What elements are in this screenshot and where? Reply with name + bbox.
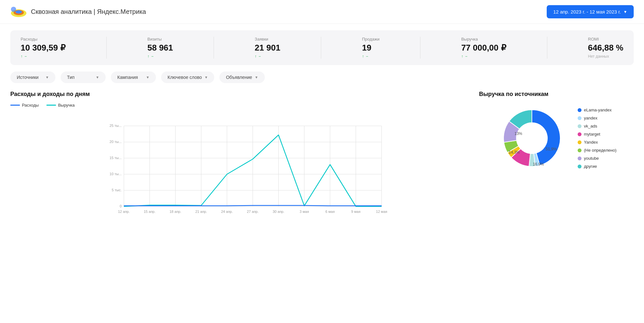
stat-label-prodazhi: Продажи	[362, 37, 380, 42]
arrow-down-icon-3[interactable]: −	[259, 54, 261, 59]
stat-controls-raskhody: ↑ −	[21, 54, 27, 59]
legend-dot-mytarget	[578, 132, 582, 136]
stat-label-raskhody: Расходы	[21, 37, 37, 42]
line-chart-svg: 0 5 тыс. 10 ты... 15 ты... 20 ты... 25 т…	[10, 111, 479, 214]
arrow-down-icon-4[interactable]: −	[366, 54, 368, 59]
stat-controls-vyruchka: ↑ −	[461, 54, 467, 59]
svg-text:25 ты...: 25 ты...	[110, 124, 121, 128]
svg-text:18 апр.: 18 апр.	[169, 210, 181, 214]
stat-zayavki: Заявки 21 901 ↑ −	[255, 37, 281, 59]
arrow-up-icon-4[interactable]: ↑	[362, 54, 364, 59]
arrow-up-icon-5[interactable]: ↑	[461, 54, 463, 59]
svg-text:21 апр.: 21 апр.	[195, 210, 207, 214]
arrow-down-icon[interactable]: −	[24, 54, 27, 59]
stat-controls-prodazhi: ↑ −	[362, 54, 368, 59]
legend-label-others: другие	[584, 164, 597, 169]
legend-label-vyruchka: Выручка	[58, 103, 75, 108]
legend-dot-undefined	[578, 148, 582, 152]
header: Сквозная аналитика | Яндекс.Метрика 12 а…	[0, 0, 644, 24]
stat-sub-romi: Нет данных	[588, 54, 609, 59]
filter-type[interactable]: Тип ▼	[61, 71, 106, 83]
svg-text:13%: 13%	[514, 131, 522, 136]
svg-text:16,9%: 16,9%	[533, 162, 544, 166]
legend-vyruchka: Выручка	[46, 103, 75, 108]
svg-point-4	[12, 7, 14, 10]
date-range-label: 12 апр. 2023 г. - 12 мая 2023 г.	[553, 9, 621, 14]
stat-value-prodazhi: 19	[362, 43, 371, 53]
legend-label-yandex2: Yandex	[584, 140, 598, 145]
stat-label-zayavki: Заявки	[255, 37, 268, 42]
legend-item-vk: vk_ads	[578, 124, 617, 128]
legend-line-raskhody	[10, 105, 20, 106]
stat-controls-vizity: ↑ −	[147, 54, 153, 59]
filter-campaign[interactable]: Кампания ▼	[111, 71, 156, 83]
stat-value-romi: 646,88 %	[588, 43, 623, 53]
arrow-up-icon-3[interactable]: ↑	[255, 54, 257, 59]
filter-type-arrow: ▼	[96, 75, 99, 79]
svg-point-2	[15, 10, 22, 14]
charts-area: Расходы и доходы по дням Расходы Выручка…	[0, 91, 644, 215]
legend-dot-yandex	[578, 116, 582, 120]
legend-dot-elama	[578, 108, 582, 112]
legend-raskhody: Расходы	[10, 103, 39, 108]
stat-divider-4	[420, 37, 420, 59]
donut-svg: 13% 14,3% 51,9% 16,9%	[496, 103, 567, 174]
legend-dot-others	[578, 165, 582, 168]
svg-text:27 апр.: 27 апр.	[247, 210, 259, 214]
svg-text:12 апр.: 12 апр.	[118, 210, 130, 214]
stat-divider-5	[547, 37, 547, 59]
arrow-down-icon-2[interactable]: −	[151, 54, 153, 59]
legend-label-mytarget: mytarget	[584, 132, 601, 137]
legend-item-yandex2: Yandex	[578, 140, 617, 145]
legend-line-vyruchka	[46, 105, 56, 106]
svg-text:12 мая: 12 мая	[376, 210, 387, 214]
logo-area: Сквозная аналитика | Яндекс.Метрика	[10, 6, 146, 18]
date-range-button[interactable]: 12 апр. 2023 г. - 12 мая 2023 г. ▼	[547, 5, 634, 18]
stat-raskhody: Расходы 10 309,59 ₽ ↑ −	[21, 37, 66, 59]
stat-divider-3	[321, 37, 321, 59]
legend-dot-yandex2	[578, 140, 582, 144]
stat-value-raskhody: 10 309,59 ₽	[21, 43, 66, 53]
donut-chart-section: Выручка по источникам 13% 14,3% 51,9% 16…	[479, 91, 634, 215]
legend-item-undefined: (Не определено)	[578, 148, 617, 153]
romi-logo-icon	[10, 6, 27, 18]
line-chart-section: Расходы и доходы по дням Расходы Выручка…	[10, 91, 479, 215]
legend-label-yandex: yandex	[584, 116, 598, 120]
filter-ad-arrow: ▼	[255, 75, 258, 79]
legend-item-youtube: youtube	[578, 156, 617, 161]
filters-bar: Источники ▼ Тип ▼ Кампания ▼ Ключевое сл…	[0, 71, 644, 83]
filter-ad-label: Объявление	[226, 75, 252, 80]
svg-text:14,3%: 14,3%	[509, 150, 520, 155]
stat-label-vizity: Визиты	[147, 37, 161, 42]
filter-campaign-label: Кампания	[117, 75, 138, 80]
line-chart-title: Расходы и доходы по дням	[10, 91, 479, 98]
filter-sources-arrow: ▼	[45, 75, 49, 79]
legend-item-others: другие	[578, 164, 617, 169]
svg-text:51,9%: 51,9%	[546, 147, 557, 151]
arrow-up-icon-2[interactable]: ↑	[147, 54, 149, 59]
legend-label-undefined: (Не определено)	[584, 148, 617, 153]
stat-value-zayavki: 21 901	[255, 43, 281, 53]
svg-text:6 мая: 6 мая	[325, 210, 335, 214]
arrow-up-icon[interactable]: ↑	[21, 54, 23, 59]
filter-type-label: Тип	[67, 75, 74, 80]
legend-label-vk: vk_ads	[584, 124, 597, 128]
legend-item-yandex: yandex	[578, 116, 617, 120]
arrow-down-icon-5[interactable]: −	[465, 54, 467, 59]
legend-label-raskhody: Расходы	[22, 103, 39, 108]
stat-vizity: Визиты 58 961 ↑ −	[147, 37, 173, 59]
filter-keyword-arrow: ▼	[205, 75, 208, 79]
chevron-down-icon: ▼	[623, 10, 627, 14]
donut-segments	[504, 110, 560, 166]
filter-ad[interactable]: Объявление ▼	[219, 71, 264, 83]
svg-text:5 тыс.: 5 тыс.	[112, 188, 122, 192]
stat-controls-zayavki: ↑ −	[255, 54, 261, 59]
svg-text:24 апр.: 24 апр.	[221, 210, 233, 214]
donut-wrap: 13% 14,3% 51,9% 16,9% eLama-yandex yande…	[479, 103, 634, 174]
filter-keyword[interactable]: Ключевое слово ▼	[161, 71, 214, 83]
donut-legend: eLama-yandex yandex vk_ads mytarget Yand…	[578, 108, 617, 169]
stat-romi: ROMI 646,88 % Нет данных	[588, 37, 623, 59]
filter-sources[interactable]: Источники ▼	[10, 71, 55, 83]
legend-item-mytarget: mytarget	[578, 132, 617, 137]
stat-value-vizity: 58 961	[147, 43, 173, 53]
